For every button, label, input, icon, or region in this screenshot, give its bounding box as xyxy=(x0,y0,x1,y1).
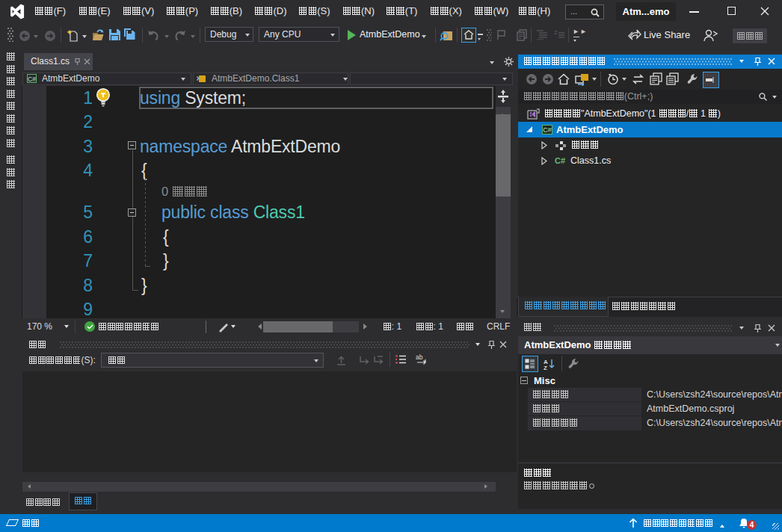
svg-text:2: 2 xyxy=(554,30,558,36)
svg-text:Z: Z xyxy=(544,365,547,371)
svg-text:ab: ab xyxy=(416,354,423,361)
